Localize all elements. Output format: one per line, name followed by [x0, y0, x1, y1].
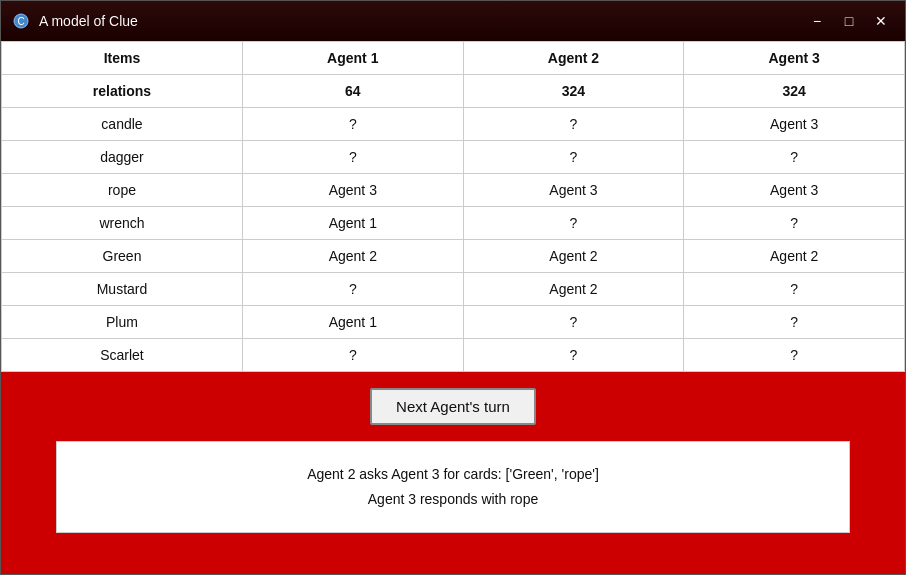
- cell-4-2: ?: [463, 207, 684, 240]
- table-row: Mustard?Agent 2?: [2, 273, 905, 306]
- col-header-items: Items: [2, 42, 243, 75]
- cell-1-1: ?: [242, 108, 463, 141]
- cell-6-2: Agent 2: [463, 273, 684, 306]
- cell-1-0: candle: [2, 108, 243, 141]
- cell-7-1: Agent 1: [242, 306, 463, 339]
- title-bar: C A model of Clue − □ ✕: [1, 1, 905, 41]
- table-header-row: Items Agent 1 Agent 2 Agent 3: [2, 42, 905, 75]
- table-row: GreenAgent 2Agent 2Agent 2: [2, 240, 905, 273]
- cell-0-3: 324: [684, 75, 905, 108]
- col-header-agent1: Agent 1: [242, 42, 463, 75]
- cell-8-0: Scarlet: [2, 339, 243, 372]
- cell-4-3: ?: [684, 207, 905, 240]
- cell-5-3: Agent 2: [684, 240, 905, 273]
- log-line-1: Agent 2 asks Agent 3 for cards: ['Green'…: [307, 462, 599, 487]
- cell-7-2: ?: [463, 306, 684, 339]
- cell-1-2: ?: [463, 108, 684, 141]
- minimize-button[interactable]: −: [803, 7, 831, 35]
- cell-3-1: Agent 3: [242, 174, 463, 207]
- log-area: Agent 2 asks Agent 3 for cards: ['Green'…: [56, 441, 850, 533]
- close-button[interactable]: ✕: [867, 7, 895, 35]
- cell-3-0: rope: [2, 174, 243, 207]
- cell-4-1: Agent 1: [242, 207, 463, 240]
- main-window: C A model of Clue − □ ✕ Items Agent 1 Ag…: [0, 0, 906, 575]
- table-row: ropeAgent 3Agent 3Agent 3: [2, 174, 905, 207]
- col-header-agent3: Agent 3: [684, 42, 905, 75]
- cell-2-1: ?: [242, 141, 463, 174]
- cell-5-1: Agent 2: [242, 240, 463, 273]
- cell-2-2: ?: [463, 141, 684, 174]
- table-row: PlumAgent 1??: [2, 306, 905, 339]
- table-row: relations64324324: [2, 75, 905, 108]
- cell-1-3: Agent 3: [684, 108, 905, 141]
- cell-2-3: ?: [684, 141, 905, 174]
- button-row: Next Agent's turn: [1, 372, 905, 441]
- cell-7-3: ?: [684, 306, 905, 339]
- cell-8-1: ?: [242, 339, 463, 372]
- svg-text:C: C: [17, 16, 24, 27]
- cell-3-3: Agent 3: [684, 174, 905, 207]
- table-wrapper: Items Agent 1 Agent 2 Agent 3 relations6…: [1, 41, 905, 372]
- cell-6-1: ?: [242, 273, 463, 306]
- content-area: Items Agent 1 Agent 2 Agent 3 relations6…: [1, 41, 905, 574]
- window-controls: − □ ✕: [803, 7, 895, 35]
- cell-8-2: ?: [463, 339, 684, 372]
- cell-5-2: Agent 2: [463, 240, 684, 273]
- cell-6-3: ?: [684, 273, 905, 306]
- cell-4-0: wrench: [2, 207, 243, 240]
- col-header-agent2: Agent 2: [463, 42, 684, 75]
- app-icon: C: [11, 11, 31, 31]
- title-bar-left: C A model of Clue: [11, 11, 138, 31]
- cell-7-0: Plum: [2, 306, 243, 339]
- log-line-2: Agent 3 responds with rope: [368, 487, 538, 512]
- window-title: A model of Clue: [39, 13, 138, 29]
- cell-0-2: 324: [463, 75, 684, 108]
- table-row: candle??Agent 3: [2, 108, 905, 141]
- table-row: wrenchAgent 1??: [2, 207, 905, 240]
- maximize-button[interactable]: □: [835, 7, 863, 35]
- cell-6-0: Mustard: [2, 273, 243, 306]
- cell-0-1: 64: [242, 75, 463, 108]
- cell-8-3: ?: [684, 339, 905, 372]
- cell-5-0: Green: [2, 240, 243, 273]
- cell-2-0: dagger: [2, 141, 243, 174]
- data-table: Items Agent 1 Agent 2 Agent 3 relations6…: [1, 41, 905, 372]
- cell-3-2: Agent 3: [463, 174, 684, 207]
- next-agent-button[interactable]: Next Agent's turn: [370, 388, 536, 425]
- cell-0-0: relations: [2, 75, 243, 108]
- table-row: Scarlet???: [2, 339, 905, 372]
- table-row: dagger???: [2, 141, 905, 174]
